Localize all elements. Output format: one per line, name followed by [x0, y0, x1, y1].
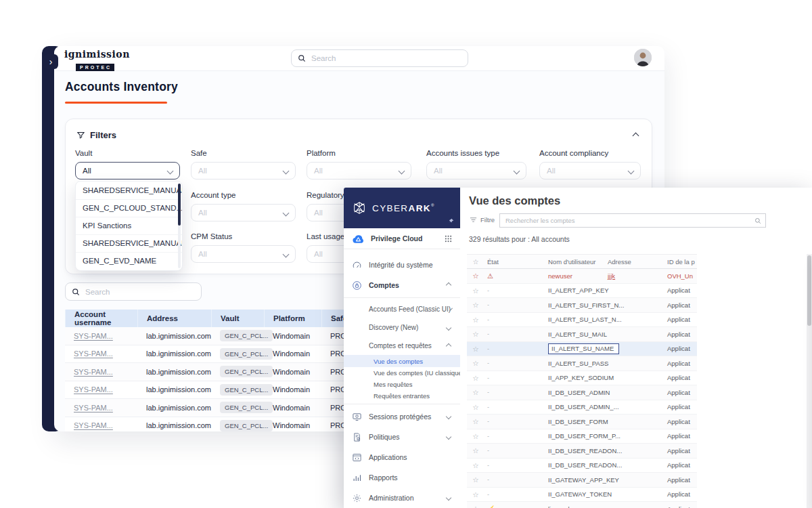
state-column-header[interactable]: État [484, 258, 545, 266]
favorite-star-icon[interactable]: ☆ [467, 461, 484, 469]
nav-accounts-view[interactable]: Vue des comptes [344, 355, 460, 367]
cell-username[interactable]: II_ALERT_SU_FIRST_N... [545, 301, 605, 309]
sidebar-expand-button[interactable]: › [43, 54, 58, 69]
vault-option[interactable]: SHAREDSERVICE_MANUAL... [76, 182, 182, 200]
cell-username[interactable]: II_ALERT_SU_NAME [545, 343, 605, 354]
cell-username[interactable]: SYS-PAM... [65, 332, 137, 340]
nav-accounts-view-classic[interactable]: Vue des comptes (IU classique) [344, 367, 460, 379]
favorite-star-icon[interactable]: ☆ [467, 287, 484, 295]
account-row[interactable]: ☆ - II_ALERT_SU_NAME Applicat [467, 342, 697, 357]
favorite-star-icon[interactable]: ☆ [467, 388, 484, 396]
cell-username[interactable]: II_DB_USER_READON... [545, 447, 605, 454]
nav-accounts-feed[interactable]: Accounts Feed (Classic UI) [344, 300, 460, 318]
nav-accounts-requests[interactable]: Comptes et requêtes [344, 337, 460, 355]
cell-username[interactable]: II_ALERT_APP_KEY [545, 287, 605, 294]
account-row[interactable]: ☆ - II_DB_USER_ADMIN Applicat [467, 385, 697, 400]
nav-administration[interactable]: Administration [344, 488, 460, 508]
vault-option[interactable]: KPI Sanctions [76, 217, 182, 235]
nav-my-requests[interactable]: Mes requêtes [344, 379, 460, 390]
nav-protected-sessions[interactable]: Sessions protégées [344, 406, 460, 427]
vault-option[interactable]: GEN_C_PCLOUD_STAND... [76, 200, 182, 217]
global-search-field[interactable] [310, 54, 468, 63]
filter-button[interactable]: Filtre [469, 215, 495, 224]
accounts-search-field[interactable] [500, 217, 754, 224]
account-row[interactable]: ☆ - II_DB_USER_ADMIN_... Applicat [467, 400, 697, 415]
cell-username[interactable]: II_ALERT_SU_LAST_N... [545, 316, 605, 323]
nav-discovery[interactable]: Discovery (New) [344, 318, 460, 337]
favorite-star-icon[interactable]: ☆ [467, 374, 484, 382]
filter-select[interactable]: All [191, 204, 296, 221]
cell-username[interactable]: II_DB_USER_READON... [545, 461, 605, 469]
cell-username[interactable]: II_DB_USER_FORM [545, 418, 605, 425]
favorite-star-icon[interactable]: ☆ [467, 403, 484, 411]
cell-username[interactable]: II_DB_USER_ADMIN_... [545, 403, 605, 410]
cell-username[interactable]: II_ALERT_SU_MAIL [545, 331, 605, 338]
cell-username[interactable]: SYS-PAM... [65, 385, 137, 394]
table-search-field[interactable] [84, 287, 201, 297]
nav-reports[interactable]: Rapports [344, 467, 460, 488]
account-row[interactable]: ☆ - II_ALERT_APP_KEY Applicat [467, 284, 697, 299]
scrollbar-thumb[interactable] [807, 255, 811, 326]
column-header[interactable]: Address [137, 310, 211, 327]
account-row[interactable]: ☆ - II_APP_KEY_SODIUM Applicat [467, 371, 697, 386]
nav-applications[interactable]: Applications [344, 447, 460, 467]
favorite-star-icon[interactable]: ☆ [467, 475, 484, 484]
column-header[interactable]: Account username [65, 310, 137, 327]
account-row[interactable]: ☆ - II_ALERT_SU_PASS Applicat [467, 356, 697, 371]
account-row[interactable]: ☆ - II_ALERT_SU_FIRST_N... Applicat [467, 298, 697, 313]
filter-select[interactable]: All [191, 245, 296, 263]
account-row[interactable]: ☆ ⚡ licencekey Applicat [467, 502, 697, 508]
favorite-star-icon[interactable]: ☆ [467, 490, 484, 499]
account-row[interactable]: ☆ - II_DB_USER_READON... Applicat [467, 444, 697, 459]
product-switcher[interactable]: Privilege Cloud [344, 228, 460, 249]
account-row[interactable]: ☆ ⚠ newuser jjjk OVH_Un [467, 269, 697, 284]
cell-username[interactable]: II_DB_USER_ADMIN [545, 389, 605, 396]
filter-select[interactable]: All [539, 162, 641, 179]
cell-username[interactable]: SYS-PAM... [65, 421, 137, 429]
favorite-star-icon[interactable]: ☆ [467, 301, 484, 309]
filter-select[interactable]: All [307, 162, 411, 179]
filter-select[interactable]: All [426, 162, 526, 179]
favorite-star-icon[interactable]: ☆ [467, 432, 484, 440]
vault-option[interactable]: SHAREDSERVICE_MANUAL... [76, 235, 182, 253]
cell-username[interactable]: SYS-PAM... [65, 350, 137, 358]
account-row[interactable]: ☆ - II_DB_USER_FORM_P... Applicat [467, 429, 697, 444]
column-header[interactable]: Platform [264, 310, 321, 327]
cell-username[interactable]: II_DB_USER_FORM_P... [545, 432, 605, 440]
nav-accounts[interactable]: Comptes [344, 275, 460, 295]
cell-username[interactable]: II_ALERT_SU_PASS [545, 360, 605, 367]
cell-username[interactable]: SYS-PAM... [65, 404, 137, 412]
nav-system-health[interactable]: Intégrité du système [344, 255, 460, 275]
platform-id-column-header[interactable]: ID de la p [664, 258, 697, 266]
account-row[interactable]: ☆ - II_GATEWAY_APP_KEY Applicat [467, 473, 697, 488]
dropdown-scrollbar[interactable] [178, 184, 181, 268]
vault-option[interactable]: GEN_C_EVD_NAME [76, 253, 182, 270]
favorite-star-icon[interactable]: ☆ [467, 359, 484, 367]
favorite-star-icon[interactable]: ☆ [467, 272, 484, 280]
cell-username[interactable]: II_APP_KEY_SODIUM [545, 374, 605, 381]
cell-username[interactable]: SYS-PAM... [65, 368, 137, 376]
app-grid-icon[interactable] [445, 235, 452, 242]
cell-username[interactable]: II_GATEWAY_APP_KEY [545, 476, 605, 484]
favorite-star-icon[interactable]: ☆ [467, 316, 484, 324]
table-scrollbar[interactable] [807, 254, 812, 508]
address-column-header[interactable]: Adresse [605, 258, 664, 266]
favorite-star-icon[interactable]: ☆ [467, 330, 484, 338]
cell-username[interactable]: newuser [545, 272, 605, 280]
accounts-search-input[interactable] [499, 213, 766, 228]
table-search-input[interactable] [65, 282, 202, 301]
account-row[interactable]: ☆ - II_ALERT_SU_LAST_N... Applicat [467, 313, 697, 328]
global-search-input[interactable] [291, 49, 468, 67]
account-row[interactable]: ☆ - II_DB_USER_READON... Applicat [467, 459, 697, 473]
cell-username[interactable]: licencekey [545, 505, 605, 508]
favorite-star-icon[interactable]: ☆ [467, 446, 484, 454]
account-row[interactable]: ☆ - II_GATEWAY_TOKEN Applicat [467, 488, 697, 503]
star-column-header[interactable]: ☆ [467, 258, 484, 266]
pin-icon[interactable] [448, 218, 454, 224]
favorite-star-icon[interactable]: ☆ [467, 417, 484, 425]
column-header[interactable]: Vault [211, 310, 264, 327]
filter-select[interactable]: All [191, 162, 296, 179]
favorite-star-icon[interactable]: ☆ [467, 345, 484, 353]
filters-collapse-button[interactable] [631, 127, 641, 143]
nav-policies[interactable]: Politiques [344, 427, 460, 447]
